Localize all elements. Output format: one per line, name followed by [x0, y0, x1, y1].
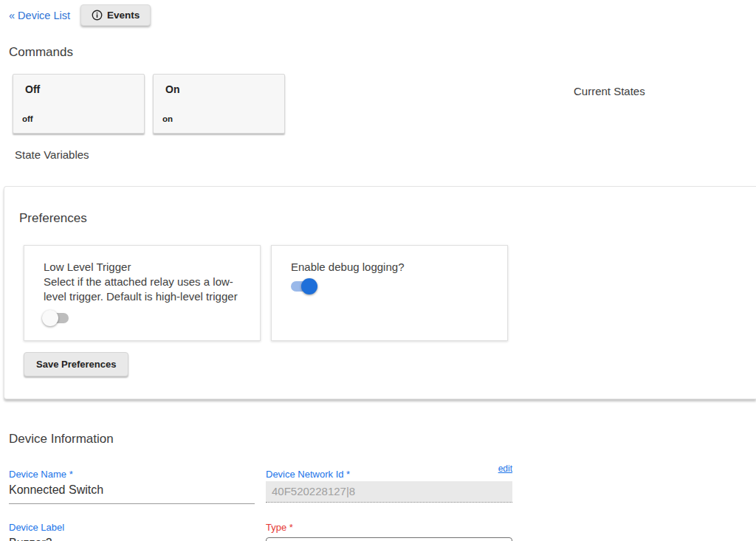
- command-off-button[interactable]: Off off: [13, 74, 145, 134]
- pref-title: Low Level Trigger: [44, 260, 241, 275]
- toggle-knob: [301, 278, 317, 294]
- save-preferences-button[interactable]: Save Preferences: [24, 352, 128, 376]
- pref-title: Enable debug logging?: [291, 260, 488, 275]
- device-name-label: Device Name *: [9, 469, 255, 480]
- preference-cards: Low Level Trigger Select if the attached…: [24, 245, 756, 341]
- state-variables-title: State Variables: [15, 148, 756, 161]
- device-network-id-input: [266, 481, 512, 503]
- device-information-title: Device Information: [9, 432, 756, 447]
- command-cards: Off off On on: [13, 74, 285, 134]
- back-to-device-list-link[interactable]: « Device List: [9, 10, 70, 21]
- top-bar: « Device List Events: [0, 0, 756, 26]
- command-subtitle: on: [162, 114, 173, 123]
- current-states-title: Current States: [574, 74, 756, 134]
- low-level-trigger-toggle[interactable]: [44, 313, 69, 323]
- commands-title: Commands: [9, 45, 756, 60]
- command-title: On: [154, 75, 284, 95]
- device-label-field: Device Label: [9, 522, 255, 541]
- pref-card-low-level-trigger: Low Level Trigger Select if the attached…: [24, 245, 261, 341]
- device-name-field: Device Name *: [9, 469, 255, 504]
- type-field: Type * Konnected Switch: [266, 522, 512, 541]
- events-button-label: Events: [107, 10, 140, 21]
- type-label: Type *: [266, 522, 512, 533]
- commands-section: Off off On on Current States: [0, 74, 756, 134]
- command-on-button[interactable]: On on: [153, 74, 285, 134]
- pref-description: Select if the attached relay uses a low-…: [44, 275, 241, 304]
- device-network-id-label: Device Network Id *: [266, 469, 512, 480]
- device-network-id-field: edit Device Network Id *: [266, 469, 512, 504]
- toggle-knob: [42, 310, 58, 326]
- pref-card-debug-logging: Enable debug logging?: [271, 245, 508, 341]
- info-icon: [92, 10, 103, 21]
- events-button[interactable]: Events: [80, 4, 151, 26]
- command-subtitle: off: [22, 114, 33, 123]
- device-label-input[interactable]: [9, 533, 255, 541]
- command-title: Off: [13, 75, 144, 95]
- device-information-form: Device Name * edit Device Network Id * D…: [9, 469, 756, 541]
- preferences-panel: Preferences Low Level Trigger Select if …: [4, 186, 756, 399]
- type-select[interactable]: Konnected Switch: [266, 537, 512, 541]
- debug-logging-toggle[interactable]: [291, 281, 316, 292]
- preferences-title: Preferences: [19, 211, 756, 226]
- device-label-label: Device Label: [9, 522, 255, 533]
- device-name-input[interactable]: [9, 480, 255, 504]
- edit-link[interactable]: edit: [498, 464, 512, 474]
- device-page: « Device List Events Commands Off off On…: [0, 0, 756, 541]
